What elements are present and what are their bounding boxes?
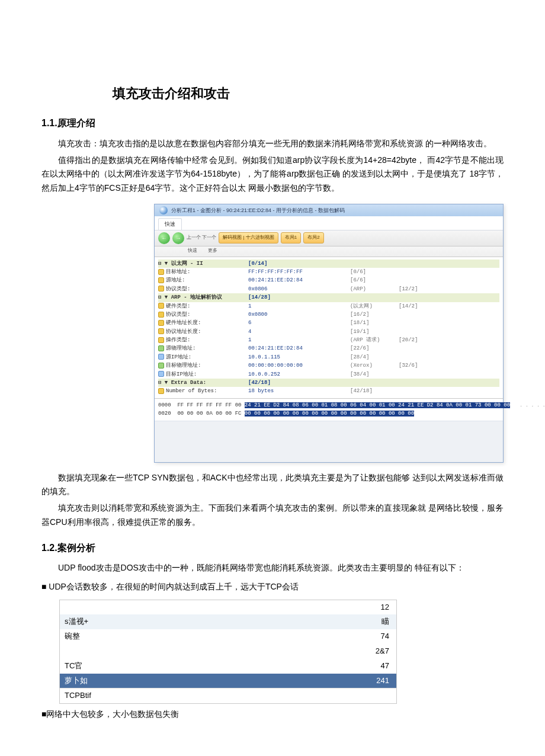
tree-field-row[interactable]: 硬件类型:1(以太网)[14/2] [158, 302, 499, 310]
cell-label [60, 644, 349, 659]
field-icon [158, 363, 164, 369]
tab-strip: 快速 [155, 216, 503, 230]
collapse-icon[interactable]: ⊟ ▼ [158, 294, 171, 300]
field-label: 以太网 - II [171, 261, 203, 267]
field-value: 1 [248, 336, 349, 344]
field-offset: [14/2] [399, 302, 418, 310]
tree-root-row[interactable]: ⊟ ▼ Extra Data:[42/18] [158, 379, 499, 387]
toolbar: ← → 上一个 下一个 解码视图 | 十六进制视图 布局1 布局2 [155, 230, 503, 246]
cell-label: TC官 [60, 659, 349, 674]
hex-offset: 0020 [158, 411, 171, 417]
tab-quick[interactable]: 快速 [158, 218, 182, 229]
tree-field-row[interactable]: 目标IP地址:10.0.0.252[38/4] [158, 370, 499, 379]
cell-value: 74 [349, 629, 396, 644]
hex-bytes-plain: FF FF FF FF FF FF 00 [177, 402, 244, 408]
field-icon [158, 269, 164, 275]
cell-label [60, 600, 349, 615]
tree-root-row[interactable]: ⊟ ▼ 以太网 - II[0/14] [158, 260, 499, 268]
view-group-decode-hex[interactable]: 解码视图 | 十六进制视图 [219, 232, 278, 244]
cell-value: 瞄 [349, 614, 396, 629]
tree-field-row[interactable]: 协议类型:0x0800[16/2] [158, 310, 499, 319]
nav-next-button[interactable]: → [172, 232, 184, 244]
tree-field-row[interactable]: 源IP地址:10.0.1.115[28/4] [158, 353, 499, 361]
field-value: [14/28] [248, 293, 349, 302]
hex-bytes-selected: 00 00 00 00 00 00 00 00 00 00 00 00 00 0… [245, 411, 414, 417]
layout-1-button[interactable]: 布局1 [281, 232, 301, 244]
field-meta: [19/1] [350, 328, 397, 336]
field-meta: [16/2] [350, 310, 397, 319]
hex-bytes-plain: 00 00 00 0A 00 00 FC [177, 411, 244, 417]
section-1-2-heading: 1.2.案例分析 [41, 540, 504, 556]
field-icon [158, 328, 164, 334]
field-offset: [32/6] [399, 361, 418, 370]
field-meta: (ARP) [350, 285, 397, 293]
field-value: [0/14] [248, 260, 349, 268]
hex-pane: 0000 FF FF FF FF FF FF 00 24 21 EE D2 84… [155, 398, 503, 421]
field-offset: [20/2] [399, 336, 418, 344]
field-icon [158, 320, 164, 326]
field-label: 操作类型: [166, 337, 190, 343]
tree-field-row[interactable]: Number of Bytes:18 bytes[42/18] [158, 387, 499, 395]
field-label: 硬件地址长度: [166, 320, 201, 326]
tree-field-row[interactable]: 协议地址长度:4[19/1] [158, 328, 499, 336]
cell-label: 萝卜如 [60, 674, 349, 688]
layout-2-button[interactable]: 布局2 [303, 232, 323, 244]
field-value: 00:24:21:EE:D2:84 [248, 344, 349, 353]
table-row: s滥视+ 瞄 [60, 614, 396, 629]
field-meta: [18/1] [350, 319, 397, 327]
app-logo-icon [159, 206, 168, 214]
paragraph-1: 填充攻击：填充攻击指的是以故意在数据包内容部分填充一些无用的数据来消耗网络带宽和… [41, 137, 504, 151]
collapse-icon[interactable]: ⊟ ▼ [158, 261, 171, 267]
collapse-icon[interactable]: ⊟ ▼ [158, 380, 171, 386]
cell-value: 241 [349, 674, 396, 688]
subtab-more[interactable]: 更多 [208, 247, 217, 255]
table-row: 碗整 74 [60, 629, 396, 644]
tree-field-row[interactable]: 目标物理地址:00:00:00:00:00:00(Xerox)[32/6] [158, 361, 499, 370]
packet-decoder-window: 分析工程1 - 金图分析 - 90:24:21:EE:D2:84 - 用于分析的… [154, 204, 504, 463]
hex-bytes-selected: 24 21 EE D2 84 08 06 00 01 08 00 06 04 0… [245, 402, 510, 408]
tree-field-row[interactable]: 源地址:00:24:21:EE:D2:84[6/6] [158, 276, 499, 284]
field-icon [158, 303, 164, 309]
field-icon [158, 312, 164, 318]
field-value: FF:FF:FF:FF:FF:FF [248, 268, 349, 276]
field-label: 源物理地址: [166, 345, 195, 351]
field-value: 18 bytes [248, 387, 349, 395]
tree-field-row[interactable]: 源物理地址:00:24:21:EE:D2:84[22/6] [158, 344, 499, 353]
field-value: 00:00:00:00:00:00 [248, 361, 349, 370]
field-meta: (Xerox) [350, 361, 397, 370]
section-1-1-heading: 1.1.原理介绍 [41, 116, 504, 131]
field-value: 4 [248, 328, 349, 336]
field-value: 0x0800 [248, 310, 349, 319]
page-title: 填充攻击介绍和攻击 [41, 83, 504, 104]
field-value: [42/18] [248, 379, 349, 387]
subtab-quick[interactable]: 快速 [188, 247, 197, 255]
tree-field-row[interactable]: 操作类型:1(ARP 请求)[20/2] [158, 336, 499, 344]
field-value: 0x0806 [248, 285, 349, 293]
paragraph-2: 值得指出的是数据填充在网络传输中经常会见到。例如我们知道arp协议字段长度为14… [41, 153, 504, 196]
cell-label: TCPBtif [60, 688, 349, 703]
table-row-highlighted: 萝卜如 241 [60, 674, 396, 688]
toolbar-subtabs: 快速 更多 [155, 246, 503, 257]
tree-field-row[interactable]: 协议类型:0x0806(ARP)[12/2] [158, 285, 499, 293]
field-icon [158, 337, 164, 343]
field-label: 协议类型: [166, 312, 190, 318]
nav-prev-button[interactable]: ← [158, 232, 170, 244]
window-title-text: 分析工程1 - 金图分析 - 90:24:21:EE:D2:84 - 用于分析的… [171, 206, 345, 214]
window-bottom-area [155, 421, 503, 462]
tree-field-row[interactable]: 硬件地址长度:6[18/1] [158, 319, 499, 327]
bullet-2: ■网络中大包较多，大小包数据包失衡 [41, 707, 504, 720]
field-label: 目标IP地址: [166, 371, 197, 377]
field-value: 1 [248, 302, 349, 310]
field-meta: [0/6] [350, 268, 397, 276]
bullet-1: ■ UDP会话数较多，在很短的时间内就达到成百上千，远大于TCP会话 [41, 580, 504, 593]
tree-field-row[interactable]: 目标地址:FF:FF:FF:FF:FF:FF[0/6] [158, 268, 499, 276]
field-meta: [28/4] [350, 353, 397, 361]
field-meta: [6/6] [350, 276, 397, 284]
field-label: Number of Bytes: [166, 388, 217, 394]
tree-rows-container: ⊟ ▼ 以太网 - II[0/14]目标地址:FF:FF:FF:FF:FF:FF… [158, 260, 499, 396]
tree-root-row[interactable]: ⊟ ▼ ARP - 地址解析协议[14/28] [158, 293, 499, 302]
field-value: 10.0.1.115 [248, 353, 349, 361]
field-meta: [38/4] [350, 370, 397, 379]
field-icon [158, 354, 164, 360]
field-label: 硬件类型: [166, 303, 190, 309]
